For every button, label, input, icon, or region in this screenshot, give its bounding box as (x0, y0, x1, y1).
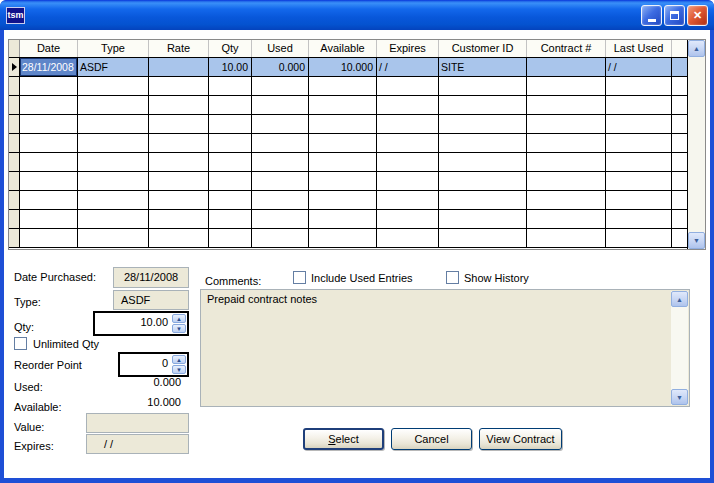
cancel-button[interactable]: Cancel (391, 428, 472, 450)
grid-cell[interactable] (439, 229, 527, 247)
comments-textarea[interactable]: Prepaid contract notes ▲ ▼ (200, 289, 690, 407)
grid-cell[interactable]: 10.00 (209, 58, 252, 76)
grid-cell[interactable]: / / (377, 58, 439, 76)
minimize-button[interactable] (641, 5, 662, 26)
grid-cell[interactable] (78, 172, 149, 190)
grid-cell[interactable] (78, 229, 149, 247)
grid-cell[interactable] (149, 115, 209, 133)
grid-cell[interactable] (439, 96, 527, 114)
grid-cell[interactable] (377, 229, 439, 247)
grid-cell[interactable]: 28/11/2008 (20, 58, 78, 76)
grid-cell[interactable] (149, 77, 209, 95)
grid-cell[interactable] (309, 210, 377, 228)
column-header-expires[interactable]: Expires (377, 40, 439, 57)
grid-cell[interactable] (252, 191, 309, 209)
grid-cell[interactable]: SITE (439, 58, 527, 76)
reorder-spin-down-button[interactable]: ▼ (172, 365, 186, 374)
column-header-customer-id[interactable]: Customer ID (439, 40, 527, 57)
grid-cell[interactable] (439, 134, 527, 152)
grid-cell[interactable] (527, 134, 606, 152)
show-history-checkbox[interactable] (446, 271, 459, 284)
grid-cell[interactable] (309, 77, 377, 95)
grid-cell[interactable] (78, 210, 149, 228)
select-button[interactable]: Select (303, 428, 384, 450)
grid-cell[interactable] (209, 229, 252, 247)
grid-cell[interactable] (527, 115, 606, 133)
view-contract-button[interactable]: View Contract (479, 428, 562, 450)
grid-cell[interactable] (527, 58, 606, 76)
grid-cell[interactable] (20, 96, 78, 114)
grid-cell[interactable] (377, 153, 439, 171)
grid-cell[interactable] (209, 210, 252, 228)
column-header-qty[interactable]: Qty (209, 40, 252, 57)
grid-cell[interactable] (527, 96, 606, 114)
grid-cell[interactable] (377, 134, 439, 152)
column-header-type[interactable]: Type (78, 40, 149, 57)
column-header-available[interactable]: Available (309, 40, 377, 57)
grid-cell[interactable] (209, 115, 252, 133)
qty-value[interactable]: 10.00 (95, 313, 171, 334)
grid-cell[interactable] (377, 115, 439, 133)
grid-cell[interactable] (606, 172, 672, 190)
grid-cell[interactable] (309, 134, 377, 152)
grid-cell[interactable] (309, 96, 377, 114)
grid-cell[interactable]: / / (606, 58, 672, 76)
qty-spin-down-button[interactable]: ▼ (172, 324, 186, 333)
column-header-last-used[interactable]: Last Used (606, 40, 672, 57)
grid-cell[interactable] (527, 191, 606, 209)
reorder-spin-up-button[interactable]: ▲ (172, 355, 186, 364)
grid-cell[interactable] (149, 172, 209, 190)
grid-row-empty[interactable] (9, 210, 705, 229)
grid-cell[interactable] (209, 191, 252, 209)
grid-cell[interactable] (606, 77, 672, 95)
grid-cell[interactable] (309, 115, 377, 133)
grid-cell[interactable] (149, 229, 209, 247)
comments-scrollbar-track[interactable] (671, 307, 688, 389)
grid-cell[interactable] (149, 153, 209, 171)
grid-cell[interactable] (606, 115, 672, 133)
grid-cell[interactable] (78, 191, 149, 209)
grid-cell[interactable] (20, 115, 78, 133)
grid-cell[interactable] (20, 77, 78, 95)
grid-row-empty[interactable] (9, 172, 705, 191)
grid-cell[interactable] (606, 191, 672, 209)
grid-cell[interactable] (377, 191, 439, 209)
grid-row-selected[interactable]: 28/11/2008ASDF10.000.00010.000/ /SITE/ / (9, 58, 705, 77)
column-header-contract[interactable]: Contract # (527, 40, 606, 57)
grid-scroll-down-button[interactable]: ▼ (688, 232, 705, 249)
grid-cell[interactable] (149, 210, 209, 228)
grid-cell[interactable] (527, 153, 606, 171)
unlimited-qty-checkbox[interactable] (14, 337, 27, 350)
grid-cell[interactable] (20, 210, 78, 228)
grid-cell[interactable] (209, 153, 252, 171)
grid-row-empty[interactable] (9, 134, 705, 153)
grid-row-empty[interactable] (9, 77, 705, 96)
grid-cell[interactable] (209, 77, 252, 95)
grid-cell[interactable] (606, 153, 672, 171)
grid-cell[interactable] (439, 172, 527, 190)
grid-cell[interactable]: 0.000 (252, 58, 309, 76)
grid-cell[interactable] (149, 58, 209, 76)
grid-cell[interactable] (252, 172, 309, 190)
grid-cell[interactable] (527, 172, 606, 190)
column-header-date[interactable]: Date (20, 40, 78, 57)
grid-cell[interactable] (209, 96, 252, 114)
grid-cell[interactable] (209, 134, 252, 152)
grid-cell[interactable] (78, 153, 149, 171)
grid-cell[interactable] (252, 210, 309, 228)
grid-cell[interactable] (20, 134, 78, 152)
grid-cell[interactable] (149, 96, 209, 114)
close-button[interactable]: ✕ (687, 5, 708, 26)
comments-scroll-up-button[interactable]: ▲ (671, 291, 688, 307)
maximize-button[interactable] (664, 5, 685, 26)
grid-cell[interactable] (309, 172, 377, 190)
grid-cell[interactable] (209, 172, 252, 190)
grid-cell[interactable] (439, 191, 527, 209)
grid-row-empty[interactable] (9, 191, 705, 210)
grid-cell[interactable] (252, 229, 309, 247)
grid-cell[interactable] (309, 229, 377, 247)
include-used-entries-checkbox[interactable] (293, 271, 306, 284)
grid-scrollbar-track[interactable] (688, 57, 705, 232)
grid-cell[interactable] (606, 229, 672, 247)
grid-cell[interactable] (20, 191, 78, 209)
